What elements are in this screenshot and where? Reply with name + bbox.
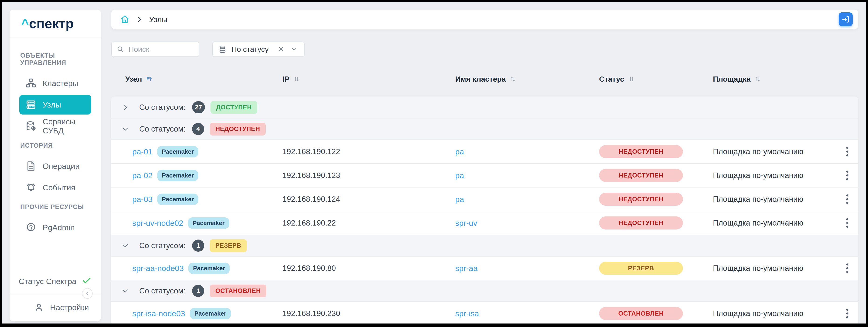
node-link[interactable]: pa-02 <box>132 171 153 180</box>
column-header-4[interactable]: Статус <box>599 75 713 83</box>
sidebar-item-pgadmin[interactable]: PgAdmin <box>19 218 91 237</box>
group-count-badge: 1 <box>192 285 204 297</box>
chevron-left-icon <box>84 290 90 296</box>
site-value: Площадка по-умолчанию <box>713 219 836 227</box>
group-row[interactable]: Со статусом: 27 ДОСТУПЕН <box>111 97 858 118</box>
column-header-3[interactable]: Имя кластера <box>455 75 599 83</box>
column-header-label: Площадка <box>713 75 751 83</box>
filter-clear-icon[interactable] <box>276 44 286 54</box>
app-window: ^спектр ОБЪЕКТЫ УПРАВЛЕНИЯ Кластеры Узлы… <box>2 2 866 324</box>
row-menu-button[interactable] <box>843 260 851 276</box>
site-value: Площадка по-умолчанию <box>713 171 836 180</box>
row-menu-button[interactable] <box>843 144 851 160</box>
search-box <box>111 42 199 57</box>
group-count-badge: 4 <box>192 123 204 135</box>
sort-icon <box>754 76 762 83</box>
spektr-status-label: Статус Спектра <box>19 277 76 286</box>
cluster-link[interactable]: spr-uv <box>455 219 477 227</box>
group-status-badge: ДОСТУПЕН <box>211 101 257 114</box>
status-badge: ОСТАНОВЛЕН <box>599 307 683 320</box>
node-tag: Pacemaker <box>157 146 198 158</box>
group-label: Со статусом: <box>139 287 186 295</box>
node-link[interactable]: spr-uv-node02 <box>132 219 183 228</box>
login-icon <box>841 15 850 24</box>
cluster-link[interactable]: spr-isa <box>455 309 479 318</box>
site-value: Площадка по-умолчанию <box>713 147 836 156</box>
group-label: Со статусом: <box>139 125 186 133</box>
sidebar-item-events[interactable]: События <box>19 178 91 197</box>
cluster-link[interactable]: spr-aa <box>455 264 477 273</box>
sidebar-item-label: Сервисы СУБД <box>42 117 91 135</box>
group-status-badge: ОСТАНОВЛЕН <box>210 284 266 297</box>
filters-bar: По статусу <box>111 42 305 57</box>
search-icon <box>116 45 124 53</box>
table-row: spr-isa-node03 Pacemaker 192.168.190.230… <box>111 301 858 324</box>
group-label: Со статусом: <box>139 241 186 250</box>
status-badge: НЕДОСТУПЕН <box>599 169 683 182</box>
group-row[interactable]: Со статусом: 1 РЕЗЕРВ <box>111 235 858 256</box>
column-header-5[interactable]: Площадка <box>713 75 836 83</box>
node-tag: Pacemaker <box>188 263 229 274</box>
node-link[interactable]: spr-aa-node03 <box>132 264 184 273</box>
sidebar-item-operations[interactable]: Операции <box>19 156 91 176</box>
login-button[interactable] <box>839 12 852 26</box>
row-menu-button[interactable] <box>843 191 851 207</box>
home-icon[interactable] <box>120 15 129 24</box>
row-menu-button[interactable] <box>843 167 851 183</box>
node-tag: Pacemaker <box>157 170 198 181</box>
collapse-sidebar-button[interactable] <box>82 288 93 299</box>
sidebar-item-nodes[interactable]: Узлы <box>19 95 91 114</box>
row-menu-button[interactable] <box>843 305 851 321</box>
clusters-icon <box>25 78 36 89</box>
status-badge: НЕДОСТУПЕН <box>599 193 683 206</box>
group-by-icon <box>218 45 227 54</box>
cluster-link[interactable]: pa <box>455 195 464 203</box>
cluster-link[interactable]: pa <box>455 147 464 156</box>
sort-icon <box>146 76 153 83</box>
breadcrumb <box>120 14 130 25</box>
logo-caret: ^ <box>21 16 29 31</box>
group-status-badge: НЕДОСТУПЕН <box>210 123 266 136</box>
main-content: Узлы По статусу <box>111 2 858 324</box>
site-value: Площадка по-умолчанию <box>713 195 836 203</box>
operations-icon <box>25 161 36 172</box>
chevron-down-icon[interactable] <box>286 44 299 54</box>
status-badge: НЕДОСТУПЕН <box>599 145 683 158</box>
column-header-label: Узел <box>125 75 142 83</box>
ip-value: 192.168.190.124 <box>282 195 455 203</box>
node-tag: Pacemaker <box>190 308 231 319</box>
sort-icon <box>293 76 300 83</box>
kebab-icon <box>846 308 849 319</box>
sidebar-item-label: События <box>42 183 75 192</box>
status-filter[interactable]: По статусу <box>212 42 305 57</box>
sidebar-bottom: Статус Спектра Настройки <box>9 270 101 321</box>
node-link[interactable]: pa-01 <box>132 147 153 156</box>
sort-icon <box>628 76 635 83</box>
node-link[interactable]: pa-03 <box>132 195 153 204</box>
ip-value: 192.168.190.80 <box>282 264 455 273</box>
search-input[interactable] <box>128 45 194 54</box>
sidebar-item-db-services[interactable]: Сервисы СУБД <box>19 116 91 136</box>
sidebar-item-clusters[interactable]: Кластеры <box>19 74 91 93</box>
sidebar-item-label: PgAdmin <box>42 223 75 232</box>
kebab-icon <box>846 170 849 181</box>
sort-icon <box>509 76 517 83</box>
group-chevron-icon[interactable] <box>111 103 139 111</box>
sidebar-divider <box>9 293 101 293</box>
table-row: spr-uv-node02 Pacemaker 192.168.190.22 s… <box>111 211 858 235</box>
nodes-table: Узел IP Имя кластера Статус Площадка Со … <box>111 71 858 324</box>
group-chevron-icon[interactable] <box>111 125 139 133</box>
kebab-icon <box>846 146 849 157</box>
node-link[interactable]: spr-isa-node03 <box>132 309 185 318</box>
pgadmin-icon <box>25 222 36 233</box>
row-menu-button[interactable] <box>843 215 851 231</box>
column-header-1[interactable]: Узел <box>111 75 282 83</box>
group-chevron-icon[interactable] <box>111 242 139 250</box>
group-count-badge: 1 <box>192 240 204 252</box>
group-row[interactable]: Со статусом: 1 ОСТАНОВЛЕН <box>111 280 858 301</box>
cluster-link[interactable]: pa <box>455 171 464 180</box>
group-chevron-icon[interactable] <box>111 287 139 295</box>
column-header-2[interactable]: IP <box>282 75 455 83</box>
group-row[interactable]: Со статусом: 4 НЕДОСТУПЕН <box>111 118 858 139</box>
events-icon <box>25 182 36 193</box>
